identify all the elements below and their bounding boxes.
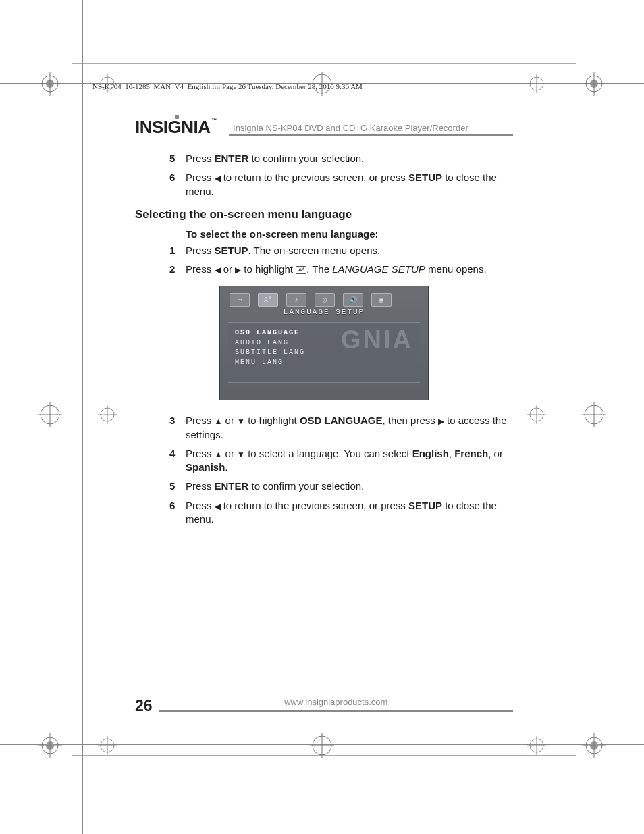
right-arrow-icon: ▶ <box>438 417 444 426</box>
right-arrow-icon: ▶ <box>235 265 241 275</box>
procedure-subheading: To select the on-screen menu language: <box>186 228 513 240</box>
osd-title: LANGUAGE SETUP <box>228 308 420 319</box>
continuation-steps: 5 Press ENTER to confirm your selection.… <box>135 152 513 199</box>
brand-dot-icon <box>175 115 179 119</box>
crop-line <box>566 0 566 834</box>
registration-mark-small-icon <box>98 736 117 755</box>
footer-url: www.insigniaproducts.com <box>159 697 513 707</box>
up-arrow-icon: ▲ <box>215 417 223 426</box>
osd-body: GNIA OSD LANGUAGE AUDIO LANG SUBTITLE LA… <box>228 322 420 383</box>
osd-item: OSD LANGUAGE <box>235 328 413 338</box>
step-2: 2 Press ◀ or ▶ to highlight Aᴮ. The LANG… <box>186 263 513 276</box>
section-heading: Selecting the on-screen menu language <box>135 208 513 221</box>
step-number: 2 <box>169 263 175 276</box>
step-number: 3 <box>169 414 175 427</box>
header-line <box>229 134 513 136</box>
trademark-icon: ™ <box>212 118 217 124</box>
registration-mark-icon <box>582 733 606 758</box>
product-line: Insignia NS-KP04 DVD and CD+G Karaoke Pl… <box>233 123 513 133</box>
registration-mark-icon <box>310 733 334 758</box>
header-rule: Insignia NS-KP04 DVD and CD+G Karaoke Pl… <box>229 121 513 136</box>
language-tab-icon: Aᴮ <box>296 266 306 274</box>
up-arrow-icon: ▲ <box>215 450 223 459</box>
step-1: 1 Press SETUP. The on-screen menu opens. <box>186 244 513 257</box>
procedure-steps-continued: 3 Press ▲ or ▼ to highlight OSD LANGUAGE… <box>135 414 513 526</box>
osd-tab-icon: ▣ <box>371 293 392 307</box>
step-number: 1 <box>169 244 175 257</box>
down-arrow-icon: ▼ <box>237 417 245 426</box>
osd-tab-language-icon: Aᴮ <box>258 293 278 307</box>
osd-tabs: ▭ Aᴮ ♪ ◎ 🔊 ▣ <box>220 286 428 308</box>
page-number: 26 <box>135 697 153 715</box>
step-number: 6 <box>169 171 175 184</box>
osd-tab-icon: ♪ <box>286 293 306 307</box>
down-arrow-icon: ▼ <box>237 450 245 459</box>
osd-tab-icon: ▭ <box>230 293 250 307</box>
step-number: 5 <box>169 152 175 165</box>
osd-tab-icon: ◎ <box>315 293 335 307</box>
page-header: INSIGNIA™ Insignia NS-KP04 DVD and CD+G … <box>135 118 513 136</box>
step-5: 5 Press ENTER to confirm your selection. <box>186 152 513 165</box>
osd-screenshot: ▭ Aᴮ ♪ ◎ 🔊 ▣ LANGUAGE SETUP GNIA OSD LAN… <box>219 286 429 400</box>
osd-item: SUBTITLE LANG <box>235 348 413 358</box>
left-arrow-icon: ◀ <box>215 501 221 511</box>
registration-mark-small-icon <box>527 736 546 755</box>
step-6: 6 Press ◀ to return to the previous scre… <box>186 171 513 199</box>
step-4: 4 Press ▲ or ▼ to select a language. You… <box>186 447 513 475</box>
registration-mark-small-icon <box>98 405 117 424</box>
registration-mark-icon <box>38 402 62 427</box>
page-footer: 26 www.insigniaproducts.com <box>135 697 513 715</box>
registration-mark-icon <box>582 402 606 427</box>
step-5b: 5 Press ENTER to confirm your selection. <box>186 479 513 493</box>
step-number: 6 <box>169 499 175 513</box>
osd-tab-icon: 🔊 <box>343 293 363 307</box>
footer-rule: www.insigniaproducts.com <box>159 710 513 712</box>
page-content: INSIGNIA™ Insignia NS-KP04 DVD and CD+G … <box>135 118 513 531</box>
brand-logo: INSIGNIA™ <box>135 118 217 136</box>
registration-mark-icon <box>582 72 606 96</box>
left-arrow-icon: ◀ <box>215 174 221 183</box>
left-arrow-icon: ◀ <box>215 265 221 275</box>
registration-mark-small-icon <box>527 74 546 93</box>
step-number: 5 <box>169 479 175 493</box>
registration-mark-icon <box>38 72 62 96</box>
step-3: 3 Press ▲ or ▼ to highlight OSD LANGUAGE… <box>186 414 513 442</box>
registration-mark-icon <box>310 72 334 96</box>
registration-mark-small-icon <box>527 405 546 424</box>
procedure-steps: 1 Press SETUP. The on-screen menu opens.… <box>135 244 513 277</box>
registration-mark-small-icon <box>98 74 117 93</box>
step-6b: 6 Press ◀ to return to the previous scre… <box>186 499 513 527</box>
crop-line <box>82 0 83 834</box>
osd-item: AUDIO LANG <box>235 338 413 348</box>
osd-item: MENU LANG <box>235 358 413 368</box>
registration-mark-icon <box>38 733 62 758</box>
step-number: 4 <box>169 447 175 461</box>
brand-text: INSIGNIA <box>135 117 211 137</box>
